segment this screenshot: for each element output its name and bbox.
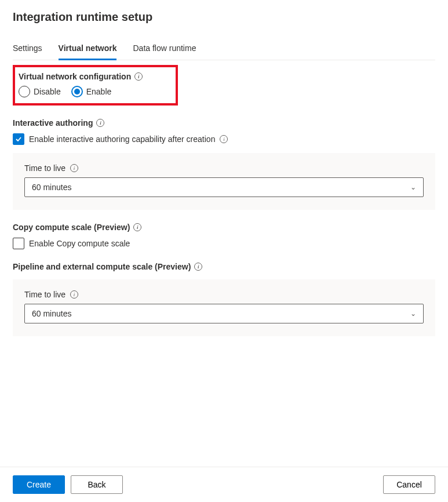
vnet-configuration-highlight: Virtual network configuration i Disable … — [13, 65, 178, 106]
vnet-configuration-text: Virtual network configuration — [19, 72, 131, 81]
info-icon[interactable]: i — [70, 164, 78, 172]
info-icon[interactable]: i — [220, 135, 228, 143]
interactive-authoring-label: Interactive authoring i — [13, 118, 104, 128]
ttl-label: Time to live i — [24, 163, 78, 173]
chevron-down-icon: ⌄ — [410, 183, 416, 191]
info-icon[interactable]: i — [96, 119, 104, 127]
footer-left: Create Back — [13, 475, 123, 494]
pipeline-compute-panel: Time to live i 60 minutes ⌄ — [13, 279, 435, 336]
enable-interactive-authoring-label: Enable interactive authoring capability … — [29, 134, 215, 144]
pipeline-compute-label: Pipeline and external compute scale (Pre… — [13, 262, 202, 271]
vnet-enable-radio[interactable]: Enable — [71, 86, 112, 97]
pipeline-compute-section: Pipeline and external compute scale (Pre… — [13, 262, 435, 336]
radio-circle-icon — [19, 86, 30, 97]
vnet-disable-radio[interactable]: Disable — [19, 86, 61, 97]
interactive-authoring-text: Interactive authoring — [13, 118, 93, 128]
pipeline-ttl-select[interactable]: 60 minutes ⌄ — [24, 304, 424, 323]
cancel-button[interactable]: Cancel — [383, 475, 435, 494]
vnet-configuration-label: Virtual network configuration i — [19, 72, 143, 81]
chevron-down-icon: ⌄ — [410, 310, 416, 318]
vnet-radio-group: Disable Enable — [19, 86, 170, 97]
info-icon[interactable]: i — [134, 72, 143, 81]
interactive-authoring-panel: Time to live i 60 minutes ⌄ — [13, 153, 435, 210]
pipeline-ttl-label: Time to live i — [24, 290, 78, 299]
enable-interactive-authoring-checkbox[interactable] — [13, 133, 24, 145]
page-title: Integration runtime setup — [13, 10, 435, 24]
back-button[interactable]: Back — [71, 475, 123, 494]
info-icon[interactable]: i — [133, 223, 141, 231]
copy-compute-section: Copy compute scale (Preview) i Enable Co… — [13, 223, 435, 249]
enable-copy-compute-checkbox[interactable] — [13, 238, 24, 249]
pipeline-compute-text: Pipeline and external compute scale (Pre… — [13, 262, 191, 271]
copy-compute-text: Copy compute scale (Preview) — [13, 223, 130, 232]
footer: Create Back Cancel — [0, 467, 448, 502]
info-icon[interactable]: i — [70, 290, 78, 299]
enable-copy-compute-row: Enable Copy compute scale — [13, 238, 435, 249]
enable-copy-compute-label: Enable Copy compute scale — [29, 239, 130, 248]
pipeline-ttl-label-text: Time to live — [24, 290, 65, 299]
enable-interactive-authoring-row: Enable interactive authoring capability … — [13, 133, 435, 145]
vnet-disable-label: Disable — [34, 87, 61, 96]
ttl-select-value: 60 minutes — [32, 183, 71, 192]
radio-circle-icon — [71, 86, 83, 97]
tab-settings[interactable]: Settings — [13, 38, 42, 60]
pipeline-ttl-select-value: 60 minutes — [32, 309, 71, 318]
radio-dot-icon — [74, 89, 80, 94]
tab-virtual-network[interactable]: Virtual network — [59, 38, 117, 60]
copy-compute-label: Copy compute scale (Preview) i — [13, 223, 141, 232]
create-button[interactable]: Create — [13, 475, 65, 494]
info-icon[interactable]: i — [194, 263, 202, 271]
interactive-authoring-section: Interactive authoring i Enable interacti… — [13, 118, 435, 210]
tab-data-flow-runtime[interactable]: Data flow runtime — [133, 38, 196, 60]
vnet-enable-label: Enable — [86, 87, 112, 96]
checkmark-icon — [14, 135, 23, 143]
ttl-label-text: Time to live — [24, 163, 65, 173]
ttl-select[interactable]: 60 minutes ⌄ — [24, 177, 424, 197]
tabs: Settings Virtual network Data flow runti… — [13, 38, 435, 60]
